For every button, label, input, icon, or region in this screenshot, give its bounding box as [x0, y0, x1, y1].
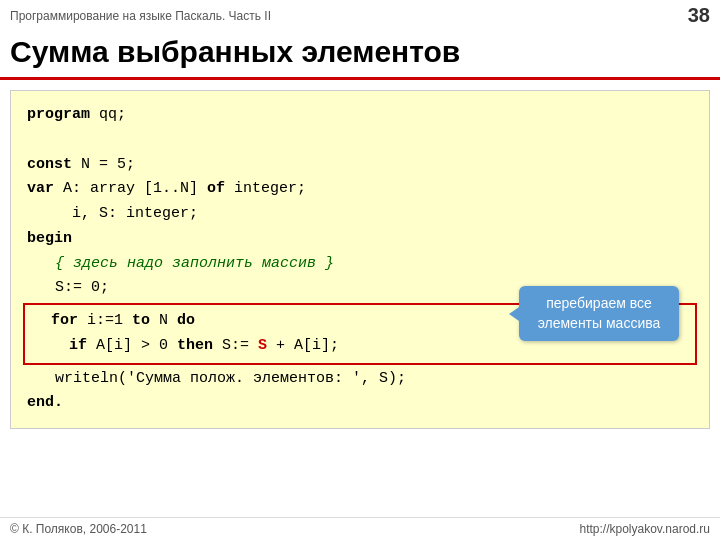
footer-bar: © К. Поляков, 2006-2011 http://kpolyakov…: [0, 517, 720, 540]
slide-number: 38: [688, 4, 710, 27]
code-line: program qq;: [27, 103, 693, 128]
footer-left: © К. Поляков, 2006-2011: [10, 522, 147, 536]
page-title: Сумма выбранных элементов: [10, 35, 710, 69]
code-line: { здесь надо заполнить массив }: [27, 252, 693, 277]
code-line: end.: [27, 391, 693, 416]
code-line: const N = 5;: [27, 153, 693, 178]
code-container: program qq; const N = 5; var A: array [1…: [10, 90, 710, 429]
tooltip-text: перебираем все элементы массива: [538, 295, 661, 331]
tooltip-bubble: перебираем все элементы массива: [519, 286, 679, 341]
code-line: writeln('Сумма полож. элементов: ', S);: [27, 367, 693, 392]
header-bar: Программирование на языке Паскаль. Часть…: [0, 0, 720, 31]
code-line: i, S: integer;: [27, 202, 693, 227]
title-area: Сумма выбранных элементов: [0, 31, 720, 80]
code-line: var A: array [1..N] of integer;: [27, 177, 693, 202]
course-title: Программирование на языке Паскаль. Часть…: [10, 9, 271, 23]
code-line: begin: [27, 227, 693, 252]
footer-right: http://kpolyakov.narod.ru: [579, 522, 710, 536]
code-line: [27, 128, 693, 153]
